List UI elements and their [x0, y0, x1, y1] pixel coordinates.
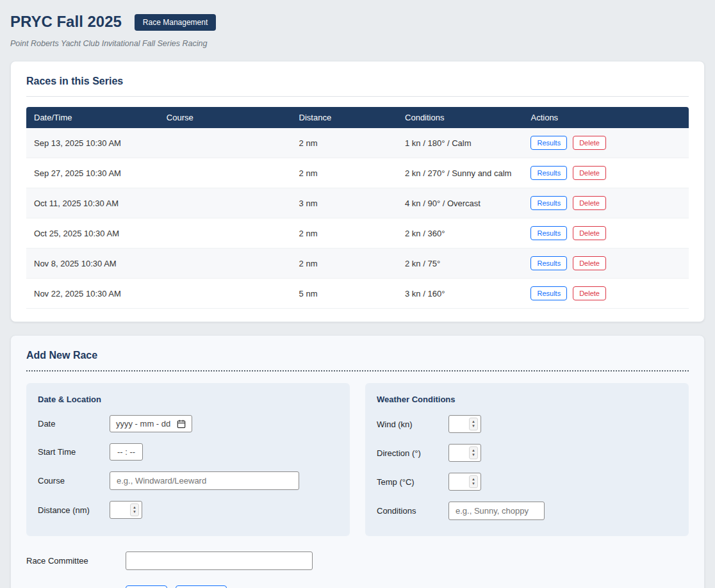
- col-conditions: Conditions: [397, 107, 523, 128]
- boat-selection-buttons: Select All Select None: [126, 585, 232, 588]
- time-placeholder: -- : --: [117, 447, 135, 457]
- race-distance-cell: 2 nm: [292, 158, 397, 188]
- race-distance-cell: 2 nm: [292, 128, 397, 158]
- race-actions-cell: ResultsDelete: [523, 128, 689, 158]
- date-location-title: Date & Location: [38, 395, 338, 404]
- race-row: Nov 8, 2025 10:30 AM2 nm2 kn / 75°Result…: [26, 249, 689, 279]
- delete-button[interactable]: Delete: [573, 196, 606, 210]
- race-course-cell: [159, 218, 292, 249]
- col-datetime: Date/Time: [26, 107, 159, 128]
- race-course-cell: [159, 128, 292, 158]
- results-button[interactable]: Results: [530, 166, 567, 180]
- race-committee-row: Race Committee: [26, 551, 689, 570]
- temp-input[interactable]: ▲▼: [448, 473, 481, 491]
- course-input[interactable]: [110, 471, 299, 490]
- spinner-arrows-icon[interactable]: ▲▼: [469, 418, 478, 430]
- races-table: Date/Time Course Distance Conditions Act…: [26, 107, 689, 309]
- race-datetime-cell: Nov 22, 2025 10:30 AM: [26, 279, 159, 309]
- spinner-arrows-icon[interactable]: ▲▼: [469, 446, 478, 459]
- race-distance-cell: 5 nm: [292, 279, 397, 309]
- direction-row: Direction (°) ▲▼: [377, 444, 677, 462]
- start-time-row: Start Time -- : --: [38, 443, 338, 461]
- temp-value: [452, 477, 467, 487]
- delete-button[interactable]: Delete: [573, 226, 606, 240]
- race-committee-label: Race Committee: [26, 556, 126, 566]
- races-table-header-row: Date/Time Course Distance Conditions Act…: [26, 107, 689, 128]
- race-actions-cell: ResultsDelete: [523, 218, 689, 249]
- race-conditions-cell: 2 kn / 360°: [397, 218, 523, 249]
- direction-input[interactable]: ▲▼: [448, 444, 481, 462]
- race-datetime-cell: Oct 11, 2025 10:30 AM: [26, 188, 159, 218]
- race-conditions-cell: 1 kn / 180° / Calm: [397, 128, 523, 158]
- races-section: Races in this Series Date/Time Course Di…: [10, 61, 705, 322]
- wind-label: Wind (kn): [377, 420, 448, 429]
- date-label: Date: [38, 419, 110, 429]
- races-table-body: Sep 13, 2025 10:30 AM2 nm1 kn / 180° / C…: [26, 128, 689, 309]
- race-conditions-cell: 4 kn / 90° / Overcast: [397, 188, 523, 218]
- race-datetime-cell: Oct 25, 2025 10:30 AM: [26, 218, 159, 249]
- race-row: Oct 11, 2025 10:30 AM3 nm4 kn / 90° / Ov…: [26, 188, 689, 218]
- col-distance: Distance: [292, 107, 397, 128]
- spinner-arrows-icon[interactable]: ▲▼: [130, 503, 139, 516]
- distance-value: [113, 505, 128, 516]
- date-input[interactable]: yyyy - mm - dd: [110, 415, 192, 432]
- race-distance-cell: 2 nm: [292, 249, 397, 279]
- spinner-arrows-icon[interactable]: ▲▼: [469, 475, 478, 488]
- race-course-cell: [159, 279, 292, 309]
- race-course-cell: [159, 188, 292, 218]
- add-race-section: Add New Race Date & Location Date yyyy -…: [10, 335, 705, 588]
- results-button[interactable]: Results: [530, 286, 567, 300]
- direction-label: Direction (°): [377, 448, 448, 458]
- race-course-cell: [159, 249, 292, 279]
- race-row: Sep 13, 2025 10:30 AM2 nm1 kn / 180° / C…: [26, 128, 689, 158]
- race-actions-cell: ResultsDelete: [523, 249, 689, 279]
- results-button[interactable]: Results: [530, 136, 567, 150]
- course-label: Course: [38, 476, 110, 486]
- temp-row: Temp (°C) ▲▼: [377, 473, 677, 491]
- col-course: Course: [159, 107, 292, 128]
- select-all-button[interactable]: Select All: [126, 585, 167, 588]
- results-button[interactable]: Results: [530, 226, 567, 240]
- race-conditions-cell: 3 kn / 160°: [397, 279, 523, 309]
- weather-title: Weather Conditions: [377, 395, 677, 404]
- date-location-panel: Date & Location Date yyyy - mm - dd: [26, 383, 350, 536]
- race-row: Sep 27, 2025 10:30 AM2 nm2 kn / 270° / S…: [26, 158, 689, 188]
- add-race-title: Add New Race: [26, 350, 689, 372]
- course-row: Course: [38, 471, 338, 490]
- race-actions-cell: ResultsDelete: [523, 158, 689, 188]
- race-actions-cell: ResultsDelete: [523, 188, 689, 218]
- calendar-icon: [177, 420, 186, 429]
- weather-panel: Weather Conditions Wind (kn) ▲▼ Directio…: [365, 383, 689, 536]
- page-subtitle: Point Roberts Yacht Club Invitational Fa…: [10, 39, 705, 48]
- race-conditions-cell: 2 kn / 75°: [397, 249, 523, 279]
- select-none-button[interactable]: Select None: [176, 585, 227, 588]
- wind-input[interactable]: ▲▼: [448, 415, 481, 433]
- race-datetime-cell: Sep 13, 2025 10:30 AM: [26, 128, 159, 158]
- races-section-title: Races in this Series: [26, 76, 689, 97]
- page-title: PRYC Fall 2025: [10, 13, 122, 31]
- direction-value: [452, 448, 467, 459]
- wind-value: [452, 419, 467, 430]
- distance-row: Distance (nm) ▲▼: [38, 501, 338, 519]
- race-committee-input[interactable]: [126, 551, 313, 570]
- race-management-badge: Race Management: [135, 14, 216, 31]
- start-time-input[interactable]: -- : --: [110, 443, 143, 461]
- delete-button[interactable]: Delete: [573, 136, 606, 150]
- add-race-panels: Date & Location Date yyyy - mm - dd: [26, 383, 689, 536]
- delete-button[interactable]: Delete: [573, 286, 606, 300]
- race-distance-cell: 3 nm: [292, 188, 397, 218]
- race-actions-cell: ResultsDelete: [523, 279, 689, 309]
- delete-button[interactable]: Delete: [573, 256, 606, 270]
- start-time-label: Start Time: [38, 447, 110, 457]
- race-row: Oct 25, 2025 10:30 AM2 nm2 kn / 360°Resu…: [26, 218, 689, 249]
- race-datetime-cell: Nov 8, 2025 10:30 AM: [26, 249, 159, 279]
- wind-row: Wind (kn) ▲▼: [377, 415, 677, 433]
- delete-button[interactable]: Delete: [573, 166, 606, 180]
- participating-boats-row: Participating Boats Select All Select No…: [26, 585, 689, 588]
- results-button[interactable]: Results: [530, 196, 567, 210]
- results-button[interactable]: Results: [530, 256, 567, 270]
- distance-input[interactable]: ▲▼: [110, 501, 142, 519]
- page-header: PRYC Fall 2025 Race Management Point Rob…: [10, 8, 705, 48]
- conditions-input[interactable]: [448, 502, 545, 520]
- conditions-row: Conditions: [377, 502, 677, 520]
